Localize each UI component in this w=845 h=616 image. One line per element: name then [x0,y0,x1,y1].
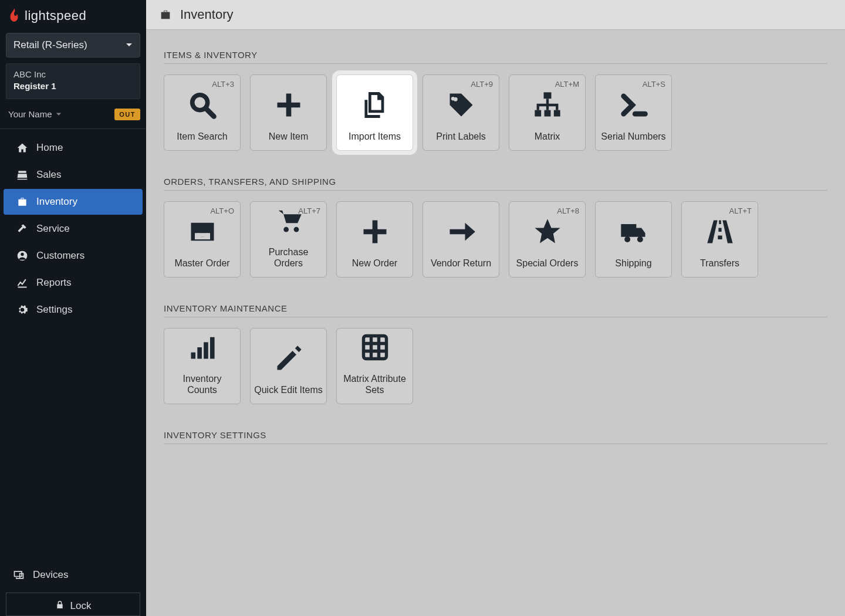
svg-point-3 [453,97,457,101]
company-box[interactable]: ABC Inc Register 1 [6,63,140,99]
shortcut-label: ALT+M [555,80,579,89]
tile-vendor-return[interactable]: Vendor Return [422,201,499,277]
nav-home[interactable]: Home [4,135,143,161]
devices-icon [13,569,25,581]
page-title: Inventory [180,7,234,22]
nav-customers[interactable]: Customers [4,243,143,269]
tile-serial-numbers[interactable]: ALT+S Serial Numbers [595,75,672,151]
road-icon [705,216,735,247]
tile-matrix-attribute-sets[interactable]: Matrix Attribute Sets [336,328,413,404]
tile-label: Master Order [174,258,229,269]
nav-service[interactable]: Service [4,216,143,242]
svg-rect-6 [544,110,550,116]
content-area: ITEMS & INVENTORY ALT+3 Item Search New … [146,30,845,472]
tile-purchase-orders[interactable]: ALT+7 Purchase Orders [250,201,327,277]
tile-row-orders: ALT+O Master Order ALT+7 Purchase Orders… [164,201,827,277]
tile-label: Shipping [615,258,651,269]
nav-reports[interactable]: Reports [4,270,143,296]
tile-new-item[interactable]: New Item [250,75,327,151]
nav-devices[interactable]: Devices [0,562,146,588]
company-name: ABC Inc [13,69,133,80]
tile-quick-edit-items[interactable]: Quick Edit Items [250,328,327,404]
arrow-right-icon [446,216,476,247]
star-icon [532,216,563,247]
user-circle-icon [16,250,28,262]
tile-label: Import Items [349,131,401,142]
tile-master-order[interactable]: ALT+O Master Order [164,201,241,277]
tile-label: Serial Numbers [601,131,665,142]
nav-settings[interactable]: Settings [4,297,143,323]
tile-transfers[interactable]: ALT+T Transfers [681,201,758,277]
nav-inventory[interactable]: Inventory [4,189,143,215]
tile-row-items: ALT+3 Item Search New Item Import Items … [164,75,827,151]
shortcut-label: ALT+3 [212,80,234,89]
svg-point-1 [21,252,23,255]
clock-out-pill[interactable]: OUT [114,109,140,120]
bars-icon [187,332,218,363]
copy-files-icon [360,90,390,120]
section-title-settings: INVENTORY SETTINGS [164,430,827,444]
plus-icon [273,90,304,120]
gear-icon [16,304,28,316]
brand-text: lightspeed [25,8,86,23]
page-header: Inventory [146,0,845,30]
lock-icon [55,600,65,610]
section-title-items: ITEMS & INVENTORY [164,50,827,64]
svg-rect-7 [553,110,560,116]
svg-point-10 [624,236,630,242]
tile-label: Inventory Counts [168,373,236,395]
series-label: Retail (R-Series) [13,39,87,51]
user-row: Your Name OUT [8,109,140,120]
tile-label: New Order [352,258,397,269]
tile-item-search[interactable]: ALT+3 Item Search [164,75,241,151]
tile-label: Special Orders [516,258,579,269]
tile-label: Vendor Return [431,258,491,269]
shortcut-label: ALT+O [210,207,234,215]
tile-label: Transfers [700,258,739,269]
svg-rect-15 [210,337,215,358]
svg-rect-14 [204,342,208,358]
tile-label: Quick Edit Items [254,384,322,395]
flame-icon [8,8,20,23]
tile-label: New Item [269,131,309,142]
tile-label: Print Labels [436,131,486,142]
shortcut-label: ALT+9 [471,80,493,89]
series-selector[interactable]: Retail (R-Series) [6,33,140,57]
section-title-orders: ORDERS, TRANSFERS, AND SHIPPING [164,177,827,191]
section-title-maintenance: INVENTORY MAINTENANCE [164,303,827,317]
tile-matrix[interactable]: ALT+M Matrix [509,75,586,151]
tile-label: Item Search [177,131,227,142]
brand-logo: lightspeed [0,0,146,29]
search-icon [187,90,218,120]
tile-import-items[interactable]: Import Items [336,75,413,151]
tile-print-labels[interactable]: ALT+9 Print Labels [422,75,499,151]
grid-icon [360,332,390,363]
shortcut-label: ALT+7 [298,207,320,215]
register-icon [16,169,28,181]
svg-rect-13 [197,347,202,359]
hammer-icon [16,223,28,235]
shortcut-label: ALT+8 [557,207,579,215]
chevron-down-icon [56,111,62,117]
user-name-dropdown[interactable]: Your Name [8,109,62,119]
tile-shipping[interactable]: Shipping [595,201,672,277]
truck-icon [618,216,649,247]
tag-icon [446,90,476,120]
divider [0,128,146,129]
tile-label: Matrix Attribute Sets [340,373,409,395]
tile-special-orders[interactable]: ALT+8 Special Orders [509,201,586,277]
svg-rect-5 [535,110,541,116]
briefcase-icon [16,196,28,208]
plus-icon [360,216,390,247]
briefcase-icon [159,8,172,21]
svg-rect-4 [543,92,551,99]
tile-new-order[interactable]: New Order [336,201,413,277]
lock-button[interactable]: Lock [6,593,140,616]
nav-sales[interactable]: Sales [4,162,143,188]
chart-line-icon [16,277,28,289]
tile-label: Matrix [535,131,560,142]
shortcut-label: ALT+T [729,207,752,215]
tile-inventory-counts[interactable]: Inventory Counts [164,328,241,404]
shortcut-label: ALT+S [643,80,665,89]
svg-point-8 [283,226,289,232]
